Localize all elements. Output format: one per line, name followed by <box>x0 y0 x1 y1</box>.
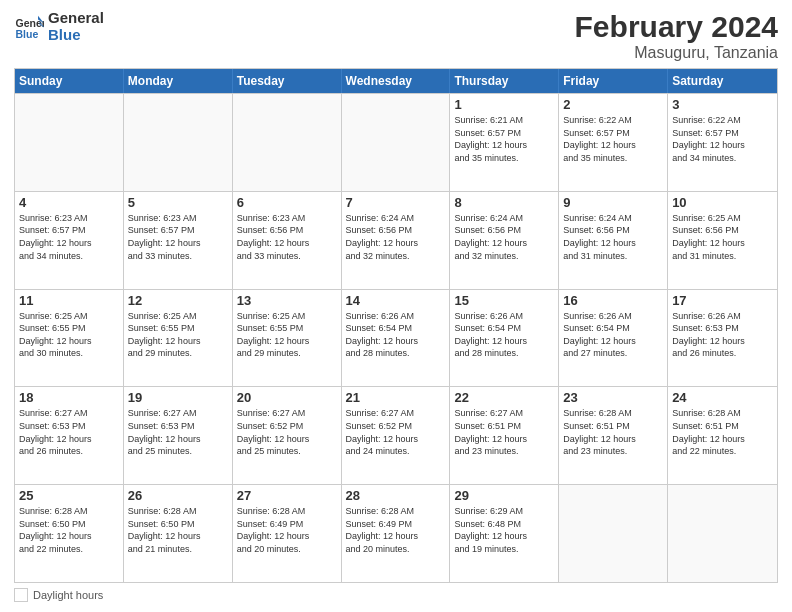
calendar-cell: 10Sunrise: 6:25 AM Sunset: 6:56 PM Dayli… <box>668 192 777 289</box>
calendar-cell <box>342 94 451 191</box>
calendar-cell: 29Sunrise: 6:29 AM Sunset: 6:48 PM Dayli… <box>450 485 559 582</box>
day-number: 18 <box>19 390 119 405</box>
logo-blue-text: Blue <box>48 27 104 44</box>
calendar-cell <box>124 94 233 191</box>
day-info: Sunrise: 6:26 AM Sunset: 6:54 PM Dayligh… <box>454 310 554 360</box>
day-number: 19 <box>128 390 228 405</box>
day-info: Sunrise: 6:25 AM Sunset: 6:55 PM Dayligh… <box>19 310 119 360</box>
logo-general-text: General <box>48 10 104 27</box>
calendar-cell: 15Sunrise: 6:26 AM Sunset: 6:54 PM Dayli… <box>450 290 559 387</box>
day-number: 25 <box>19 488 119 503</box>
calendar-cell: 7Sunrise: 6:24 AM Sunset: 6:56 PM Daylig… <box>342 192 451 289</box>
col-header-sunday: Sunday <box>15 69 124 93</box>
calendar-week-0: 1Sunrise: 6:21 AM Sunset: 6:57 PM Daylig… <box>15 93 777 191</box>
calendar-cell: 22Sunrise: 6:27 AM Sunset: 6:51 PM Dayli… <box>450 387 559 484</box>
calendar-cell: 26Sunrise: 6:28 AM Sunset: 6:50 PM Dayli… <box>124 485 233 582</box>
day-number: 12 <box>128 293 228 308</box>
day-number: 27 <box>237 488 337 503</box>
day-info: Sunrise: 6:23 AM Sunset: 6:57 PM Dayligh… <box>19 212 119 262</box>
day-info: Sunrise: 6:25 AM Sunset: 6:56 PM Dayligh… <box>672 212 773 262</box>
calendar-cell: 3Sunrise: 6:22 AM Sunset: 6:57 PM Daylig… <box>668 94 777 191</box>
col-header-wednesday: Wednesday <box>342 69 451 93</box>
calendar: SundayMondayTuesdayWednesdayThursdayFrid… <box>14 68 778 583</box>
calendar-week-1: 4Sunrise: 6:23 AM Sunset: 6:57 PM Daylig… <box>15 191 777 289</box>
day-number: 24 <box>672 390 773 405</box>
day-number: 11 <box>19 293 119 308</box>
calendar-cell: 6Sunrise: 6:23 AM Sunset: 6:56 PM Daylig… <box>233 192 342 289</box>
calendar-cell: 2Sunrise: 6:22 AM Sunset: 6:57 PM Daylig… <box>559 94 668 191</box>
calendar-cell <box>233 94 342 191</box>
calendar-cell: 21Sunrise: 6:27 AM Sunset: 6:52 PM Dayli… <box>342 387 451 484</box>
main-title: February 2024 <box>575 10 778 44</box>
day-info: Sunrise: 6:28 AM Sunset: 6:49 PM Dayligh… <box>346 505 446 555</box>
calendar-cell <box>668 485 777 582</box>
day-info: Sunrise: 6:23 AM Sunset: 6:56 PM Dayligh… <box>237 212 337 262</box>
page: General Blue General Blue February 2024 … <box>0 0 792 612</box>
day-info: Sunrise: 6:26 AM Sunset: 6:54 PM Dayligh… <box>563 310 663 360</box>
col-header-saturday: Saturday <box>668 69 777 93</box>
day-info: Sunrise: 6:28 AM Sunset: 6:50 PM Dayligh… <box>19 505 119 555</box>
title-block: February 2024 Masuguru, Tanzania <box>575 10 778 62</box>
day-number: 14 <box>346 293 446 308</box>
calendar-cell: 18Sunrise: 6:27 AM Sunset: 6:53 PM Dayli… <box>15 387 124 484</box>
calendar-cell: 24Sunrise: 6:28 AM Sunset: 6:51 PM Dayli… <box>668 387 777 484</box>
day-info: Sunrise: 6:27 AM Sunset: 6:52 PM Dayligh… <box>237 407 337 457</box>
day-info: Sunrise: 6:22 AM Sunset: 6:57 PM Dayligh… <box>563 114 663 164</box>
day-number: 5 <box>128 195 228 210</box>
calendar-cell <box>559 485 668 582</box>
day-number: 29 <box>454 488 554 503</box>
day-number: 26 <box>128 488 228 503</box>
footer: Daylight hours <box>14 588 778 602</box>
calendar-cell: 28Sunrise: 6:28 AM Sunset: 6:49 PM Dayli… <box>342 485 451 582</box>
calendar-body: 1Sunrise: 6:21 AM Sunset: 6:57 PM Daylig… <box>15 93 777 582</box>
day-number: 13 <box>237 293 337 308</box>
day-number: 7 <box>346 195 446 210</box>
calendar-week-3: 18Sunrise: 6:27 AM Sunset: 6:53 PM Dayli… <box>15 386 777 484</box>
day-number: 23 <box>563 390 663 405</box>
col-header-friday: Friday <box>559 69 668 93</box>
calendar-cell: 4Sunrise: 6:23 AM Sunset: 6:57 PM Daylig… <box>15 192 124 289</box>
calendar-cell: 16Sunrise: 6:26 AM Sunset: 6:54 PM Dayli… <box>559 290 668 387</box>
calendar-cell: 14Sunrise: 6:26 AM Sunset: 6:54 PM Dayli… <box>342 290 451 387</box>
calendar-cell: 9Sunrise: 6:24 AM Sunset: 6:56 PM Daylig… <box>559 192 668 289</box>
calendar-cell: 20Sunrise: 6:27 AM Sunset: 6:52 PM Dayli… <box>233 387 342 484</box>
calendar-cell: 11Sunrise: 6:25 AM Sunset: 6:55 PM Dayli… <box>15 290 124 387</box>
day-info: Sunrise: 6:28 AM Sunset: 6:50 PM Dayligh… <box>128 505 228 555</box>
calendar-cell: 25Sunrise: 6:28 AM Sunset: 6:50 PM Dayli… <box>15 485 124 582</box>
logo: General Blue General Blue <box>14 10 104 43</box>
day-info: Sunrise: 6:21 AM Sunset: 6:57 PM Dayligh… <box>454 114 554 164</box>
calendar-cell: 1Sunrise: 6:21 AM Sunset: 6:57 PM Daylig… <box>450 94 559 191</box>
subtitle: Masuguru, Tanzania <box>575 44 778 62</box>
day-info: Sunrise: 6:24 AM Sunset: 6:56 PM Dayligh… <box>454 212 554 262</box>
calendar-cell: 8Sunrise: 6:24 AM Sunset: 6:56 PM Daylig… <box>450 192 559 289</box>
day-number: 9 <box>563 195 663 210</box>
day-info: Sunrise: 6:27 AM Sunset: 6:52 PM Dayligh… <box>346 407 446 457</box>
day-info: Sunrise: 6:25 AM Sunset: 6:55 PM Dayligh… <box>128 310 228 360</box>
day-number: 4 <box>19 195 119 210</box>
col-header-thursday: Thursday <box>450 69 559 93</box>
header: General Blue General Blue February 2024 … <box>14 10 778 62</box>
footer-box <box>14 588 28 602</box>
day-info: Sunrise: 6:29 AM Sunset: 6:48 PM Dayligh… <box>454 505 554 555</box>
day-info: Sunrise: 6:27 AM Sunset: 6:53 PM Dayligh… <box>128 407 228 457</box>
day-number: 15 <box>454 293 554 308</box>
day-info: Sunrise: 6:28 AM Sunset: 6:49 PM Dayligh… <box>237 505 337 555</box>
day-info: Sunrise: 6:24 AM Sunset: 6:56 PM Dayligh… <box>346 212 446 262</box>
day-number: 21 <box>346 390 446 405</box>
day-number: 6 <box>237 195 337 210</box>
calendar-cell: 27Sunrise: 6:28 AM Sunset: 6:49 PM Dayli… <box>233 485 342 582</box>
calendar-cell <box>15 94 124 191</box>
day-info: Sunrise: 6:22 AM Sunset: 6:57 PM Dayligh… <box>672 114 773 164</box>
col-header-monday: Monday <box>124 69 233 93</box>
day-info: Sunrise: 6:24 AM Sunset: 6:56 PM Dayligh… <box>563 212 663 262</box>
day-number: 1 <box>454 97 554 112</box>
day-number: 10 <box>672 195 773 210</box>
day-info: Sunrise: 6:27 AM Sunset: 6:53 PM Dayligh… <box>19 407 119 457</box>
calendar-cell: 12Sunrise: 6:25 AM Sunset: 6:55 PM Dayli… <box>124 290 233 387</box>
calendar-cell: 5Sunrise: 6:23 AM Sunset: 6:57 PM Daylig… <box>124 192 233 289</box>
day-number: 22 <box>454 390 554 405</box>
day-info: Sunrise: 6:23 AM Sunset: 6:57 PM Dayligh… <box>128 212 228 262</box>
logo-icon: General Blue <box>14 12 44 42</box>
day-info: Sunrise: 6:26 AM Sunset: 6:53 PM Dayligh… <box>672 310 773 360</box>
calendar-cell: 19Sunrise: 6:27 AM Sunset: 6:53 PM Dayli… <box>124 387 233 484</box>
